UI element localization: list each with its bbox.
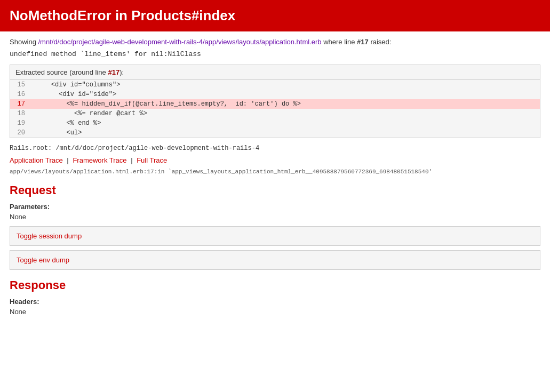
extracted-source-box: Extracted source (around line #17): 15 <… [10, 65, 540, 138]
code-line-number: 17 [10, 99, 31, 109]
extracted-label: Extracted source (around line [15, 68, 108, 76]
framework-trace-link[interactable]: Framework Trace [73, 156, 126, 164]
code-line-content: <div id="side"> [31, 90, 540, 99]
request-section: Request Parameters: None Toggle session … [10, 183, 540, 270]
extracted-source-header: Extracted source (around line #17): [10, 65, 540, 80]
file-link[interactable]: /mnt/d/doc/project/agile-web-development… [38, 38, 321, 46]
response-title: Response [10, 278, 540, 292]
showing-prefix: Showing [10, 38, 38, 46]
code-line-number: 19 [10, 118, 31, 128]
error-message: undefined method `line_items' for nil:Ni… [10, 50, 540, 58]
showing-suffix: raised: [369, 38, 392, 46]
code-line-content: <%= hidden_div_if(@cart.line_items.empty… [31, 99, 540, 109]
code-line-content: <ul> [31, 128, 540, 138]
parameters-value: None [10, 213, 540, 221]
parameters-label: Parameters: [10, 203, 540, 211]
full-trace-link[interactable]: Full Trace [137, 156, 167, 164]
extracted-label-end: ): [119, 68, 124, 76]
code-line-number: 15 [10, 80, 31, 90]
code-table: 15 <div id="columns">16 <div id="side">1… [10, 80, 540, 138]
trace-path: app/views/layouts/application.html.erb:1… [10, 169, 540, 175]
response-section: Response Headers: None [10, 278, 540, 316]
code-line-content: <div id="columns"> [31, 80, 540, 90]
main-content: Showing /mnt/d/doc/project/agile-web-dev… [0, 31, 550, 327]
code-line-number: 20 [10, 128, 31, 138]
line-number-ref: #17 [357, 38, 369, 46]
rails-root: Rails.root: /mnt/d/doc/project/agile-web… [10, 145, 540, 152]
error-header: NoMethodError in Products#index [0, 0, 550, 31]
code-line-content: <%= render @cart %> [31, 109, 540, 118]
sep2: | [131, 156, 132, 164]
request-title: Request [10, 183, 540, 197]
application-trace-link[interactable]: Application Trace [10, 156, 63, 164]
headers-value: None [10, 308, 540, 316]
showing-line: Showing /mnt/d/doc/project/agile-web-dev… [10, 38, 540, 46]
code-line-content: <% end %> [31, 118, 540, 128]
toggle-session-button[interactable]: Toggle session dump [10, 226, 540, 246]
extracted-line-num: #17 [108, 68, 119, 76]
trace-links: Application Trace | Framework Trace | Fu… [10, 156, 540, 164]
sep1: | [67, 156, 68, 164]
error-title: NoMethodError in Products#index [10, 7, 540, 24]
code-line-number: 18 [10, 109, 31, 118]
showing-middle: where line [322, 38, 357, 46]
rails-root-path: /mnt/d/doc/project/agile-web-development… [55, 145, 259, 152]
code-line-number: 16 [10, 90, 31, 99]
rails-root-label: Rails.root: [10, 145, 55, 152]
toggle-env-button[interactable]: Toggle env dump [10, 250, 540, 270]
headers-label: Headers: [10, 298, 540, 306]
